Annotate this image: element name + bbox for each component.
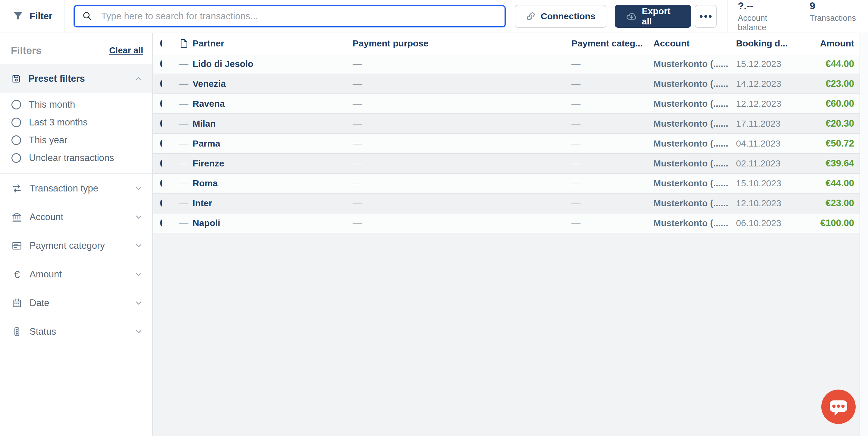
link-icon — [526, 11, 536, 21]
payment-purpose-cell: — — [352, 98, 571, 109]
column-header-amount[interactable]: Amount — [811, 38, 860, 49]
account-cell: Musterkonto (...... — [653, 79, 736, 89]
radio-icon[interactable] — [11, 135, 21, 145]
summary-stats: ?.-- Account balance 9 Transactions — [738, 0, 856, 32]
search-input[interactable] — [73, 5, 506, 27]
clear-all-link[interactable]: Clear all — [109, 46, 143, 56]
row-checkbox[interactable] — [160, 100, 162, 107]
transactions-count-label: Transactions — [809, 13, 856, 23]
table-header-row: Partner Payment purpose Payment categ...… — [153, 33, 860, 54]
payment-category-cell: — — [571, 118, 653, 129]
top-bar: Filter Connections — [0, 0, 868, 33]
topbar-right: Connections Export all ?.-- Account bala… — [506, 0, 856, 33]
table-row[interactable]: — Lido di Jesolo — — Musterkonto (......… — [153, 54, 860, 74]
sidebar-section-date[interactable]: Date — [0, 289, 152, 317]
payment-category-cell: — — [571, 198, 653, 208]
payment-category-cell: — — [571, 178, 653, 188]
booking-date-cell: 15.10.2023 — [736, 178, 811, 188]
traffic-light-icon — [11, 326, 23, 337]
column-header-partner[interactable]: Partner — [193, 38, 352, 49]
amount-cell: €20.30 — [811, 118, 860, 129]
radio-icon[interactable] — [11, 153, 21, 163]
select-all-checkbox[interactable] — [160, 40, 162, 47]
ellipsis-icon — [700, 15, 703, 18]
sidebar-section-payment-category[interactable]: Payment category — [0, 231, 152, 260]
radio-icon[interactable] — [11, 100, 21, 110]
attachment-cell: — — [179, 79, 193, 89]
save-icon — [11, 73, 22, 84]
account-cell: Musterkonto (...... — [653, 158, 736, 169]
attachment-cell: — — [179, 218, 193, 228]
preset-option[interactable]: Unclear transactions — [0, 150, 152, 166]
sidebar-section-transaction-type[interactable]: Transaction type — [0, 174, 152, 203]
row-checkbox[interactable] — [160, 220, 162, 227]
preset-options-list: This month Last 3 months This year Uncle… — [0, 96, 152, 166]
account-balance-stat: ?.-- Account balance — [738, 0, 792, 32]
row-checkbox[interactable] — [160, 80, 162, 87]
chevron-down-icon — [134, 241, 143, 250]
table-row[interactable]: — Parma — — Musterkonto (...... 04.11.20… — [153, 134, 860, 154]
chevron-down-icon — [134, 212, 143, 222]
column-header-payment-category[interactable]: Payment categ... — [571, 38, 653, 49]
row-checkbox[interactable] — [160, 120, 162, 127]
chat-widget-button[interactable] — [821, 389, 856, 424]
sidebar-section-account[interactable]: Account — [0, 203, 152, 231]
amount-cell: €39.64 — [811, 158, 860, 169]
table-row[interactable]: — Inter — — Musterkonto (...... 12.10.20… — [153, 194, 860, 213]
preset-option[interactable]: Last 3 months — [0, 114, 152, 130]
preset-option[interactable]: This year — [0, 132, 152, 148]
chevron-up-icon — [134, 74, 143, 83]
column-header-booking-date[interactable]: Booking d... — [736, 38, 811, 49]
preset-option-label: Last 3 months — [29, 117, 88, 128]
filters-title: Filters — [11, 45, 41, 56]
payment-category-cell: — — [571, 98, 653, 109]
amount-cell: €44.00 — [811, 58, 860, 69]
account-cell: Musterkonto (...... — [653, 138, 736, 149]
row-checkbox[interactable] — [160, 160, 162, 167]
partner-cell: Roma — [193, 178, 352, 188]
export-all-button[interactable]: Export all — [615, 5, 691, 28]
account-balance-label: Account balance — [738, 13, 792, 32]
sidebar-section-amount[interactable]: € Amount — [0, 260, 152, 289]
column-header-account[interactable]: Account — [653, 38, 736, 49]
table-row[interactable]: — Ravena — — Musterkonto (...... 12.12.2… — [153, 94, 860, 114]
calendar-icon — [11, 298, 23, 309]
euro-icon: € — [11, 269, 23, 280]
account-cell: Musterkonto (...... — [653, 118, 736, 129]
more-actions-button[interactable] — [695, 5, 717, 28]
table-row[interactable]: — Napoli — — Musterkonto (...... 06.10.2… — [153, 213, 860, 233]
row-checkbox[interactable] — [160, 180, 162, 187]
bank-icon — [11, 212, 23, 223]
preset-option-label: This year — [29, 135, 67, 146]
table-row[interactable]: — Milan — — Musterkonto (...... 17.11.20… — [153, 114, 860, 134]
chevron-down-icon — [134, 270, 143, 279]
table-row[interactable]: — Venezia — — Musterkonto (...... 14.12.… — [153, 74, 860, 94]
account-cell: Musterkonto (...... — [653, 59, 736, 69]
partner-cell: Inter — [193, 198, 352, 208]
booking-date-cell: 04.11.2023 — [736, 138, 811, 149]
transactions-table: Partner Payment purpose Payment categ...… — [153, 33, 860, 436]
preset-filters-header[interactable]: Preset filters — [0, 64, 152, 93]
connections-button[interactable]: Connections — [515, 5, 607, 28]
transactions-count-value: 9 — [809, 0, 856, 12]
table-row[interactable]: — Roma — — Musterkonto (...... 15.10.202… — [153, 174, 860, 194]
sidebar-section-status[interactable]: Status — [0, 317, 152, 346]
payment-purpose-cell: — — [352, 198, 571, 208]
table-row[interactable]: — Firenze — — Musterkonto (...... 02.11.… — [153, 154, 860, 174]
attachment-cell: — — [179, 198, 193, 208]
row-checkbox[interactable] — [160, 60, 162, 67]
attachment-cell: — — [179, 59, 193, 69]
partner-cell: Ravena — [193, 98, 352, 109]
preset-option[interactable]: This month — [0, 96, 152, 113]
cloud-download-icon — [626, 10, 637, 22]
row-checkbox[interactable] — [160, 140, 162, 147]
scrollbar[interactable] — [860, 33, 868, 436]
chevron-down-icon — [134, 184, 143, 193]
column-header-payment-purpose[interactable]: Payment purpose — [352, 38, 571, 49]
payment-category-cell: — — [571, 158, 653, 169]
row-checkbox[interactable] — [160, 200, 162, 207]
radio-icon[interactable] — [11, 118, 21, 127]
connections-button-label: Connections — [541, 11, 595, 21]
export-all-button-label: Export all — [642, 6, 681, 27]
filter-button[interactable]: Filter — [0, 10, 64, 22]
